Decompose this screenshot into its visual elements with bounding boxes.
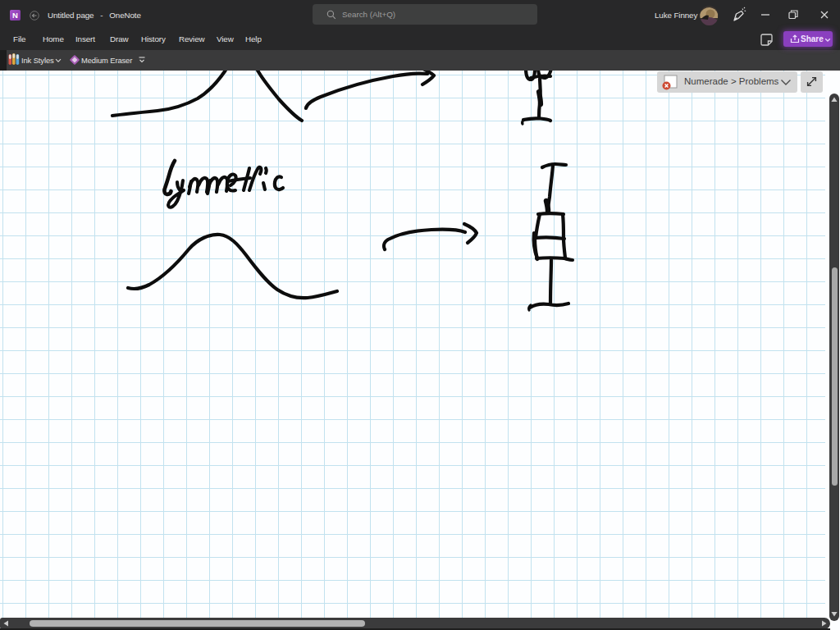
svg-text:N: N xyxy=(12,11,18,20)
